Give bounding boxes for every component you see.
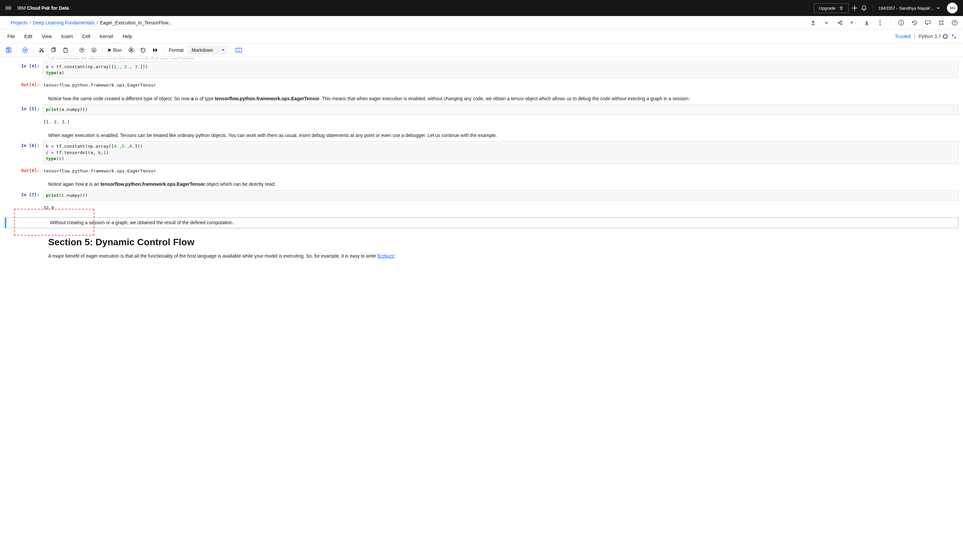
add-cell-button[interactable] [20,45,31,55]
svg-point-7 [880,24,881,25]
svg-point-16 [954,24,955,24]
menu-cell[interactable]: Cell [78,32,94,41]
sub-header: Projects / Deep Learning Fundamentals / … [0,16,963,29]
menu-edit[interactable]: Edit [20,32,36,41]
svg-point-3 [841,23,842,25]
comments-icon[interactable] [925,20,931,26]
in-prompt: In [5]: [5,104,43,115]
chevron-down-icon [936,6,940,10]
guide-icon[interactable] [851,5,858,11]
upgrade-button[interactable]: Upgrade [814,3,849,13]
save-button[interactable] [3,45,14,55]
code-cell[interactable]: In [5]:print(a.numpy()) [5,104,958,115]
breadcrumb-link[interactable]: Deep Learning Fundamentals [33,20,94,25]
markdown-cell[interactable]: When eager execution is enabled, Tensors… [5,132,958,139]
svg-rect-19 [7,48,9,49]
notebook-body[interactable]: Let us recreate the object a using the s… [0,57,963,280]
account-switcher[interactable]: 1943357 - Sandhya Nayak'... [879,6,940,11]
run-button[interactable]: Run [105,45,125,55]
publish-icon[interactable] [810,20,816,26]
code-content[interactable]: b = tf.constant(np.array([4.,5.,6.])) c … [43,141,958,164]
markdown-cell[interactable]: Section 5: Dynamic Control FlowA major b… [5,235,958,260]
code-content[interactable]: a = tf.constant(np.array([1., 2., 3.])) … [43,62,958,78]
hamburger-menu-icon[interactable] [5,5,12,11]
svg-point-21 [39,51,41,52]
move-up-button[interactable] [76,45,87,55]
markdown-cell[interactable]: Without creating a session or a graph, w… [5,217,958,228]
share-icon[interactable] [837,20,843,26]
partial-cut-text: Let us recreate the object a using the s… [48,57,952,60]
kebab-menu-icon[interactable] [877,20,883,26]
output-content: tensorflow.python.framework.ops.EagerTen… [43,80,958,90]
chevron-down-icon[interactable] [824,20,830,26]
info-icon[interactable] [898,20,904,26]
interrupt-button[interactable] [126,45,136,55]
jobs-icon[interactable] [850,20,856,26]
svg-rect-29 [130,49,132,51]
svg-rect-10 [926,21,930,24]
stdout-content: [1. 2. 3.] [43,117,958,127]
kernel-status-icon [943,34,948,39]
svg-point-9 [901,21,901,22]
stdout-cell: 32.0 [5,203,958,213]
svg-point-12 [942,21,943,22]
code-cell[interactable]: In [4]:a = tf.constant(np.array([1., 2.,… [5,62,958,78]
svg-rect-23 [52,49,55,52]
menu-kernel[interactable]: Kernel [96,32,117,41]
markdown-text: Notice again how c is an tensorflow.pyth… [48,181,952,188]
cut-button[interactable] [36,45,47,55]
restart-button[interactable] [138,45,148,55]
svg-point-2 [841,21,842,22]
menu-view[interactable]: View [38,32,56,41]
code-cell[interactable]: In [6]:b = tf.constant(np.array([4.,5.,6… [5,141,958,164]
top-header: IBM Cloud Pak for Data Upgrade 1943357 -… [0,0,963,16]
out-prompt: Out[6]: [5,166,43,176]
restart-run-all-button[interactable] [150,45,160,55]
svg-point-22 [42,51,44,52]
expand-icon[interactable] [951,33,957,39]
help-icon[interactable] [952,20,958,26]
svg-point-11 [939,21,940,22]
avatar[interactable]: SN [947,3,958,13]
out-prompt: Out[4]: [5,80,43,90]
assets-icon[interactable] [938,20,944,26]
product-name: IBM Cloud Pak for Data [18,5,69,11]
format-label: Format [166,47,186,53]
svg-point-0 [854,8,855,9]
paste-button[interactable] [60,45,71,55]
move-down-button[interactable] [89,45,99,55]
code-content[interactable]: print(a.numpy()) [43,104,958,115]
output-content: tensorflow.python.framework.ops.EagerTen… [43,166,958,176]
trusted-indicator[interactable]: Trusted [895,34,911,39]
svg-point-5 [880,20,881,21]
breadcrumb-link[interactable]: Projects [11,20,28,25]
breadcrumb: Projects / Deep Learning Fundamentals / … [11,20,172,25]
menu-help[interactable]: Help [118,32,136,41]
svg-point-14 [942,23,943,25]
code-content[interactable]: print(c.numpy()) [43,190,958,201]
markdown-cell[interactable]: Notice again how c is an tensorflow.pyth… [5,181,958,188]
keyboard-icon[interactable] [233,45,244,55]
notifications-icon[interactable] [861,5,867,11]
markdown-cell[interactable]: Notice how the same code created a diffe… [5,95,958,103]
code-cell[interactable]: In [7]:print(c.numpy()) [5,190,958,201]
menu-insert[interactable]: Insert [57,32,77,41]
download-icon[interactable] [864,20,870,26]
notebook-menubar: FileEditViewInsertCellKernelHelp Trusted… [0,29,963,44]
svg-point-18 [8,50,10,52]
markdown-text: Without creating a session or a graph, w… [50,219,951,227]
menu-file[interactable]: File [3,32,19,41]
copy-button[interactable] [48,45,59,55]
kernel-indicator[interactable]: Python 3.7 [919,34,948,39]
svg-point-6 [880,22,881,23]
markdown-text: When eager execution is enabled, Tensors… [48,132,952,139]
markdown-text: A major benefit of eager execution is th… [48,252,952,260]
notebook-toolbar: Run Format Markdown [0,44,963,57]
cell-type-select[interactable]: Markdown [188,45,228,55]
play-icon [108,48,112,52]
svg-point-13 [939,23,940,25]
svg-point-1 [838,22,839,23]
history-icon[interactable] [911,20,918,26]
in-prompt: In [7]: [5,190,43,201]
stdout-content: 32.0 [43,203,958,213]
